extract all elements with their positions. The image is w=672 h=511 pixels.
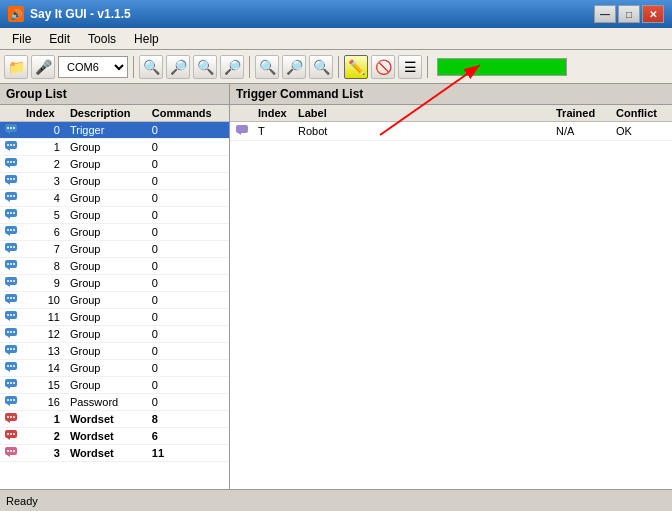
train-icon[interactable]: ✏️ (344, 55, 368, 79)
menu-file[interactable]: File (4, 30, 39, 48)
svg-point-8 (10, 144, 12, 146)
maximize-button[interactable]: □ (618, 5, 640, 23)
group-list-row[interactable]: 9Group0 (0, 275, 229, 292)
trigger-row-trained: N/A (552, 122, 612, 141)
search1-icon[interactable]: 🔍 (139, 55, 163, 79)
svg-marker-96 (7, 455, 10, 457)
app-icon: 🔊 (8, 6, 24, 22)
row-description: Group (66, 207, 148, 224)
cancel-icon[interactable]: 🚫 (371, 55, 395, 79)
svg-marker-66 (7, 353, 10, 355)
row-icon-cell (0, 224, 22, 241)
row-description: Trigger (66, 122, 148, 139)
title-bar: 🔊 Say It GUI - v1.1.5 — □ ✕ (0, 0, 672, 28)
svg-marker-31 (7, 234, 10, 236)
svg-point-67 (7, 348, 9, 350)
col-index: Index (22, 105, 66, 122)
trigger-row-label: Robot (294, 122, 552, 141)
svg-point-47 (7, 280, 9, 282)
svg-point-53 (10, 297, 12, 299)
row-description: Group (66, 292, 148, 309)
row-description: Password (66, 394, 148, 411)
row-index: 14 (22, 360, 66, 377)
svg-point-83 (10, 399, 12, 401)
toolbar-separator-4 (427, 56, 428, 78)
group-list-row[interactable]: 14Group0 (0, 360, 229, 377)
group-list-row[interactable]: 2Group0 (0, 156, 229, 173)
group-list-row[interactable]: 7Group0 (0, 241, 229, 258)
svg-point-12 (7, 161, 9, 163)
search5-icon[interactable]: 🔍 (255, 55, 279, 79)
group-list-row[interactable]: 3Wordset11 (0, 445, 229, 462)
trigger-col-trained: Trained (552, 105, 612, 122)
trigger-list-header: Trigger Command List (230, 84, 672, 105)
row-commands: 0 (148, 190, 229, 207)
row-icon-cell (0, 394, 22, 411)
group-list-row[interactable]: 2Wordset6 (0, 428, 229, 445)
close-button[interactable]: ✕ (642, 5, 664, 23)
svg-point-68 (10, 348, 12, 350)
menu-help[interactable]: Help (126, 30, 167, 48)
group-list-row[interactable]: 11Group0 (0, 309, 229, 326)
row-description: Group (66, 275, 148, 292)
group-list-row[interactable]: 13Group0 (0, 343, 229, 360)
group-list-row[interactable]: 10Group0 (0, 292, 229, 309)
svg-point-39 (13, 246, 15, 248)
com-port-select[interactable]: COM6 COM1 COM2 COM3 (58, 56, 128, 78)
row-index: 2 (22, 156, 66, 173)
svg-point-58 (10, 314, 12, 316)
trigger-list-row[interactable]: TRobotN/AOK (230, 122, 672, 141)
row-index: 10 (22, 292, 66, 309)
group-list-row[interactable]: 4Group0 (0, 190, 229, 207)
app-window: 🔊 Say It GUI - v1.1.5 — □ ✕ File Edit To… (0, 0, 672, 511)
group-list-header: Group List (0, 84, 229, 105)
group-list-row[interactable]: 8Group0 (0, 258, 229, 275)
menu-tools[interactable]: Tools (80, 30, 124, 48)
row-index: 9 (22, 275, 66, 292)
trigger-col-icon (230, 105, 254, 122)
svg-marker-91 (7, 438, 10, 440)
svg-point-57 (7, 314, 9, 316)
row-commands: 0 (148, 122, 229, 139)
group-list-row[interactable]: 15Group0 (0, 377, 229, 394)
menu-edit[interactable]: Edit (41, 30, 78, 48)
group-list-row[interactable]: 0Trigger0 (0, 122, 229, 139)
menu-icon[interactable]: ☰ (398, 55, 422, 79)
svg-point-62 (7, 331, 9, 333)
search2-icon[interactable]: 🔎 (166, 55, 190, 79)
row-commands: 0 (148, 394, 229, 411)
search6-icon[interactable]: 🔎 (282, 55, 306, 79)
col-description: Description (66, 105, 148, 122)
svg-point-99 (13, 450, 15, 452)
svg-point-89 (13, 416, 15, 418)
svg-marker-86 (7, 421, 10, 423)
svg-point-93 (10, 433, 12, 435)
row-icon-cell (0, 122, 22, 139)
svg-point-88 (10, 416, 12, 418)
minimize-button[interactable]: — (594, 5, 616, 23)
group-list-row[interactable]: 3Group0 (0, 173, 229, 190)
row-description: Wordset (66, 428, 148, 445)
group-list-row[interactable]: 1Wordset8 (0, 411, 229, 428)
row-icon-cell (0, 343, 22, 360)
search7-icon[interactable]: 🔍 (309, 55, 333, 79)
svg-marker-21 (7, 200, 10, 202)
group-list-row[interactable]: 6Group0 (0, 224, 229, 241)
mic-icon[interactable]: 🎤 (31, 55, 55, 79)
group-list-row[interactable]: 1Group0 (0, 139, 229, 156)
col-icon (0, 105, 22, 122)
group-list-row[interactable]: 12Group0 (0, 326, 229, 343)
svg-point-32 (7, 229, 9, 231)
svg-marker-1 (7, 132, 10, 134)
svg-point-54 (13, 297, 15, 299)
title-bar-left: 🔊 Say It GUI - v1.1.5 (8, 6, 131, 22)
svg-marker-26 (7, 217, 10, 219)
group-list-row[interactable]: 5Group0 (0, 207, 229, 224)
group-list-row[interactable]: 16Password0 (0, 394, 229, 411)
search4-icon[interactable]: 🔎 (220, 55, 244, 79)
search3-icon[interactable]: 🔍 (193, 55, 217, 79)
svg-marker-46 (7, 285, 10, 287)
svg-marker-104 (238, 133, 241, 135)
program-icon[interactable]: 📁 (4, 55, 28, 79)
row-commands: 0 (148, 241, 229, 258)
